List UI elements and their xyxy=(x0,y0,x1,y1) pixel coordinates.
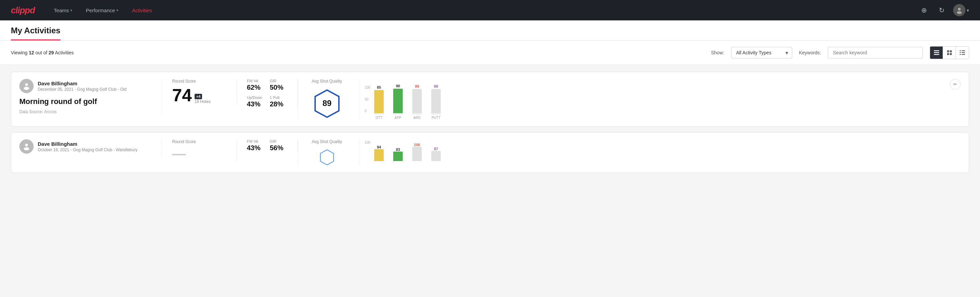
svg-rect-2 xyxy=(934,50,939,51)
stats-section: FW Hit 62% GIR 50% Up/Down 43% 1 Putt 28… xyxy=(237,79,298,108)
svg-rect-7 xyxy=(947,53,949,55)
bar-putt: 89 PUTT xyxy=(431,84,441,120)
page-title: My Activities xyxy=(11,26,60,40)
stat-fw-hit: FW Hit 62% xyxy=(247,79,264,91)
stat-label: Up/Down xyxy=(247,96,264,99)
stat-value: 62% xyxy=(247,84,264,91)
stat-label: FW Hit xyxy=(247,79,264,83)
stat-label: GIR xyxy=(270,139,288,144)
y-tick-0: 0 xyxy=(365,109,371,113)
nav-performance[interactable]: Performance ▾ xyxy=(81,5,124,16)
bar-value: 89 xyxy=(434,84,438,88)
round-score-label: Round Score xyxy=(172,79,226,84)
svg-rect-9 xyxy=(959,50,961,51)
svg-rect-13 xyxy=(959,54,961,55)
avatar xyxy=(19,139,33,153)
stat-value: 56% xyxy=(270,144,288,152)
bar-value: 90 xyxy=(396,84,400,88)
svg-text:89: 89 xyxy=(323,99,332,108)
bar-arg: 89 ARG xyxy=(412,84,422,120)
svg-rect-5 xyxy=(947,50,949,52)
svg-rect-14 xyxy=(962,54,965,55)
view-toggle xyxy=(930,46,969,59)
bar-label: APP xyxy=(395,116,401,120)
bar-app: 83 xyxy=(393,147,403,161)
svg-rect-8 xyxy=(950,53,952,55)
score-main: 74 +4 18 Holes xyxy=(172,86,226,104)
score-main: — xyxy=(172,147,226,160)
bar-label: ARG xyxy=(413,116,421,120)
y-tick-100: 100 xyxy=(365,86,371,89)
stat-1putt: 1 Putt 28% xyxy=(270,96,288,108)
avg-shot-quality-label: Avg Shot Quality xyxy=(312,139,342,144)
page-header: My Activities xyxy=(0,21,980,41)
y-axis: 100 50 0 xyxy=(365,86,371,113)
nav-teams[interactable]: Teams ▾ xyxy=(49,5,78,16)
svg-point-0 xyxy=(958,8,961,11)
search-input[interactable] xyxy=(828,47,923,59)
show-label: Show: xyxy=(711,50,724,55)
card-info: Dave Billingham October 16, 2021 - Gog M… xyxy=(19,139,162,158)
stat-value: 43% xyxy=(247,144,264,152)
data-source: Data Source: Arccos xyxy=(19,109,151,114)
bar-label: PUTT xyxy=(431,116,441,120)
activity-card: Dave Billingham October 16, 2021 - Gog M… xyxy=(11,132,969,173)
avg-shot-quality-section: Avg Shot Quality xyxy=(305,139,359,166)
bar-app: 90 APP xyxy=(393,84,403,120)
bar-ott: 85 OTT xyxy=(374,85,384,120)
svg-rect-12 xyxy=(962,52,965,53)
shot-quality-chart: 100 50 0 85 OTT 90 xyxy=(359,79,947,120)
view-grid-button[interactable] xyxy=(943,46,956,59)
logo[interactable]: clippd xyxy=(11,5,35,16)
edit-button[interactable]: ✏ xyxy=(950,79,961,90)
player-date: October 16, 2021 - Gog Magog Golf Club -… xyxy=(38,147,137,152)
hexagon-chart: 89 xyxy=(312,88,342,119)
svg-rect-11 xyxy=(959,52,961,53)
activities-list: Dave Billingham December 05, 2021 - Gog … xyxy=(0,65,980,185)
stat-label: FW Hit xyxy=(247,139,264,144)
svg-rect-6 xyxy=(950,50,952,52)
bar-fill xyxy=(431,89,441,113)
performance-chevron-icon: ▾ xyxy=(116,8,119,13)
stats-section: FW Hit 43% GIR 56% xyxy=(237,139,298,152)
navbar: clippd Teams ▾ Performance ▾ Activities … xyxy=(0,0,980,21)
svg-point-16 xyxy=(24,87,29,90)
refresh-button[interactable]: ↻ xyxy=(935,4,948,16)
score-value: — xyxy=(172,147,186,160)
score-value: 74 xyxy=(172,86,192,104)
stat-updown: Up/Down 43% xyxy=(247,96,264,108)
bar-fill xyxy=(412,89,422,113)
svg-point-1 xyxy=(957,11,962,14)
avg-shot-quality-label: Avg Shot Quality xyxy=(312,79,342,84)
view-list-compact-button[interactable] xyxy=(930,46,943,59)
svg-marker-21 xyxy=(321,150,334,165)
svg-point-15 xyxy=(25,83,28,86)
stat-label: GIR xyxy=(270,79,288,83)
avatar-chevron-icon: ▾ xyxy=(967,8,969,13)
svg-point-20 xyxy=(24,147,29,150)
view-list-detail-button[interactable] xyxy=(956,46,969,59)
round-score-section: Round Score — xyxy=(162,139,237,162)
bar-arg: 106 xyxy=(412,143,422,161)
avg-shot-quality-section: Avg Shot Quality 89 xyxy=(305,79,359,119)
add-button[interactable]: ⊕ xyxy=(918,4,930,16)
nav-links: Teams ▾ Performance ▾ Activities xyxy=(49,5,918,16)
score-badge: +4 xyxy=(194,94,202,99)
player-name: Dave Billingham xyxy=(38,141,137,147)
teams-chevron-icon: ▾ xyxy=(70,8,72,13)
stat-value: 43% xyxy=(247,100,264,108)
y-tick-50: 50 xyxy=(365,97,371,101)
nav-activities[interactable]: Activities xyxy=(127,5,158,16)
hexagon-chart xyxy=(312,149,342,166)
avatar xyxy=(953,4,966,16)
user-menu[interactable]: ▾ xyxy=(953,4,969,16)
round-score-section: Round Score 74 +4 18 Holes xyxy=(162,79,237,105)
bar-fill xyxy=(374,90,384,113)
filters-bar: Viewing 12 out of 29 Activities Show: Al… xyxy=(0,41,980,65)
bar-ott: 94 xyxy=(374,145,384,161)
bar-label: OTT xyxy=(375,116,382,120)
viewing-text: Viewing 12 out of 29 Activities xyxy=(11,50,74,55)
player-info: Dave Billingham October 16, 2021 - Gog M… xyxy=(19,139,151,153)
stat-gir: GIR 50% xyxy=(270,79,288,91)
activity-type-select[interactable]: All Activity Types xyxy=(731,47,792,59)
